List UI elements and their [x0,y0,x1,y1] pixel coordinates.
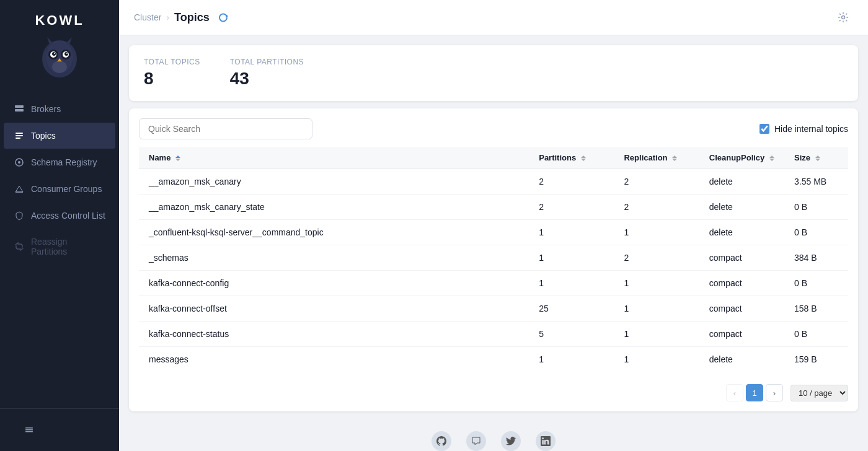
svg-marker-12 [66,37,72,45]
stats-section: Total Topics 8 Total Partitions 43 [129,45,858,101]
sidebar-item-reassign-partitions[interactable]: Reassign Partitions [4,229,115,264]
acl-icon [14,210,25,221]
chat-icon[interactable] [466,431,486,451]
cell-name-6: kafka-connect-status [139,322,529,347]
refresh-button[interactable] [215,9,232,26]
cell-name-4: kafka-connect-config [139,271,529,296]
page-header: Cluster › Topics [119,0,868,35]
svg-marker-23 [16,186,23,192]
breadcrumb-separator: › [166,12,169,22]
svg-point-6 [52,52,56,56]
svg-point-22 [18,161,20,164]
svg-point-16 [21,106,22,107]
sidebar-bottom [0,408,119,451]
table-row[interactable]: _schemas 1 2 compact 384 B [139,245,848,271]
table-row[interactable]: __amazon_msk_canary_state 2 2 delete 0 B [139,195,848,220]
server-icon [14,103,25,115]
page-size-select[interactable]: 10 / page 20 / page 50 / page [790,385,848,401]
svg-rect-27 [25,431,33,432]
sidebar-item-topics-label: Topics [31,131,56,141]
table-row[interactable]: kafka-connect-status 5 1 compact 0 B [139,322,848,347]
table-toolbar: Hide internal topics [139,118,848,139]
svg-point-9 [66,53,68,54]
table-header-row: Name Partitions Repl [139,147,848,169]
breadcrumb-cluster[interactable]: Cluster [134,12,161,22]
cell-partitions-0: 2 [529,169,614,195]
cell-size-0: 3.55 MB [784,169,848,195]
svg-rect-25 [25,427,33,429]
sidebar-item-acl[interactable]: Access Control List [4,203,115,229]
cell-name-1: __amazon_msk_canary_state [139,195,529,220]
prev-page-button[interactable]: ‹ [726,384,743,401]
table-row[interactable]: __amazon_msk_canary 2 2 delete 3.55 MB [139,169,848,195]
cell-size-5: 158 B [784,296,848,322]
consumer-icon [14,183,25,195]
topics-table: Name Partitions Repl [139,147,848,372]
svg-rect-19 [16,135,23,136]
cell-replication-2: 1 [614,220,699,245]
cell-name-5: kafka-connect-offset [139,296,529,322]
svg-point-29 [842,16,845,19]
hide-internal-checkbox[interactable] [760,124,769,134]
col-header-size[interactable]: Size [784,147,848,169]
table-row[interactable]: kafka-connect-offset 25 1 compact 158 B [139,296,848,322]
cell-cleanuppolicy-0: delete [699,169,784,195]
cell-partitions-7: 1 [529,347,614,372]
total-topics-value: 8 [144,69,200,89]
cell-partitions-3: 1 [529,245,614,271]
settings-icon [838,12,849,23]
col-header-name[interactable]: Name [139,147,529,169]
cell-size-4: 0 B [784,271,848,296]
col-header-partitions[interactable]: Partitions [529,147,614,169]
github-icon[interactable] [432,431,451,451]
sidebar-item-brokers[interactable]: Brokers [4,96,115,122]
table-section: Hide internal topics Name Partitions [129,108,858,411]
hide-internal-toggle[interactable]: Hide internal topics [760,124,848,134]
cell-cleanuppolicy-4: compact [699,271,784,296]
sidebar: KOWL [0,0,119,451]
cell-replication-6: 1 [614,322,699,347]
sidebar-item-consumer-groups[interactable]: Consumer Groups [4,176,115,202]
partitions-sort-icon [581,155,586,161]
col-header-cleanuppolicy[interactable]: CleanupPolicy [699,147,784,169]
cell-name-2: _confluent-ksql-ksql-server__command_top… [139,220,529,245]
svg-point-7 [64,52,68,56]
total-partitions-stat: Total Partitions 43 [230,58,304,89]
settings-button[interactable] [833,7,853,27]
cell-replication-1: 2 [614,195,699,220]
cell-size-2: 0 B [784,220,848,245]
sidebar-collapse-button[interactable] [14,417,105,443]
logo-text: KOWL [35,12,84,28]
cell-name-0: __amazon_msk_canary [139,169,529,195]
sidebar-item-topics[interactable]: Topics [4,123,115,149]
total-partitions-label: Total Partitions [230,58,304,66]
svg-point-17 [21,110,22,111]
hide-internal-label: Hide internal topics [774,124,848,134]
search-input[interactable] [139,118,312,139]
table-row[interactable]: kafka-connect-config 1 1 compact 0 B [139,271,848,296]
col-header-replication[interactable]: Replication [614,147,699,169]
sidebar-item-brokers-label: Brokers [31,104,61,114]
table-row[interactable]: _confluent-ksql-ksql-server__command_top… [139,220,848,245]
twitter-icon[interactable] [501,431,521,451]
cell-name-3: _schemas [139,245,529,271]
cell-size-6: 0 B [784,322,848,347]
cell-cleanuppolicy-6: compact [699,322,784,347]
table-row[interactable]: messages 1 1 delete 159 B [139,347,848,372]
cell-partitions-2: 1 [529,220,614,245]
linkedin-icon[interactable] [536,431,556,451]
cell-cleanuppolicy-3: compact [699,245,784,271]
cell-replication-3: 2 [614,245,699,271]
cell-cleanuppolicy-1: delete [699,195,784,220]
cell-cleanuppolicy-5: compact [699,296,784,322]
sidebar-item-schema-registry-label: Schema Registry [31,157,97,167]
svg-rect-18 [16,133,23,134]
owl-logo-icon [35,31,84,81]
sidebar-item-schema-registry[interactable]: Schema Registry [4,149,115,175]
sidebar-item-consumer-groups-label: Consumer Groups [31,184,102,194]
page-1-button[interactable]: 1 [746,384,763,401]
cell-partitions-5: 25 [529,296,614,322]
cell-replication-0: 2 [614,169,699,195]
next-page-button[interactable]: › [766,384,783,401]
cell-partitions-1: 2 [529,195,614,220]
